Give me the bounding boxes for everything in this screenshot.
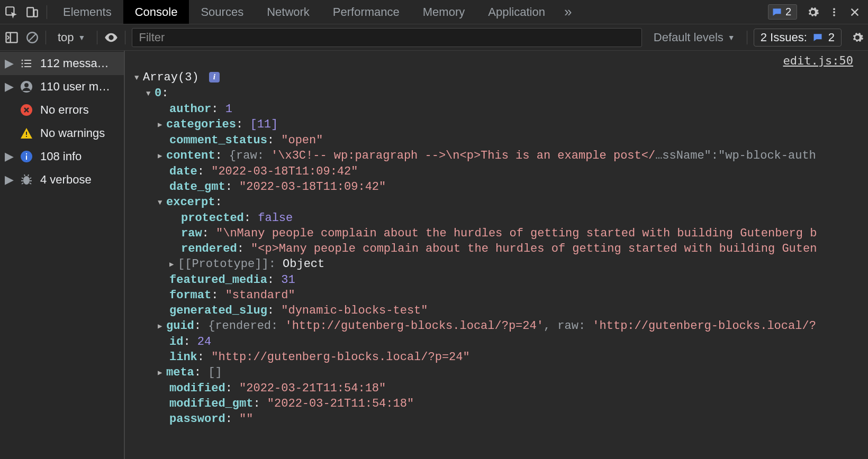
svg-rect-18 <box>26 136 27 137</box>
close-icon[interactable] <box>849 6 861 18</box>
disclosure-open-icon[interactable] <box>158 195 166 210</box>
sidebar-item-info[interactable]: ▶ 108 info <box>0 145 124 168</box>
svg-point-3 <box>833 8 835 10</box>
object-value: "2022-03-21T11:54:18" <box>267 397 414 410</box>
clear-console-icon[interactable] <box>25 31 39 44</box>
chevron-down-icon: ▼ <box>728 33 735 42</box>
disclosure-open-icon[interactable] <box>134 70 143 86</box>
object-key: id <box>169 335 183 348</box>
inner-key: raw <box>236 149 257 162</box>
sidebar: ▶ 112 messa… ▶ 110 user m… No errors <box>0 51 125 459</box>
tab-console[interactable]: Console <box>123 0 189 24</box>
object-value: 1 <box>225 103 232 116</box>
tabs: Elements Console Sources Network Perform… <box>51 0 579 24</box>
svg-rect-20 <box>26 155 27 160</box>
source-link[interactable]: edit.js:50 <box>783 54 853 67</box>
svg-rect-21 <box>26 153 27 154</box>
sidebar-item-user[interactable]: ▶ 110 user m… <box>0 75 124 98</box>
sidebar-item-errors[interactable]: No errors <box>0 98 124 122</box>
svg-rect-13 <box>24 66 31 67</box>
eye-icon[interactable] <box>104 30 119 45</box>
sidebar-item-verbose[interactable]: ▶ 4 verbose <box>0 168 124 191</box>
object-key: 0 <box>155 87 161 100</box>
object-key: modified <box>169 382 225 395</box>
inspect-icon[interactable] <box>4 5 18 19</box>
object-key: [[Prototype]] <box>178 258 269 271</box>
svg-point-15 <box>24 83 29 87</box>
svg-point-22 <box>23 176 30 185</box>
sidebar-label: 112 messa… <box>40 57 109 70</box>
object-key: categories <box>166 118 236 131</box>
separator <box>97 31 97 44</box>
console-output[interactable]: Array(3) i 0: author: 1 categories: [11]… <box>125 51 868 427</box>
object-value: "dynamic-blocks-test" <box>281 304 428 317</box>
sidebar-item-warnings[interactable]: No warnings <box>0 122 124 145</box>
disclosure-closed-icon[interactable] <box>169 257 178 272</box>
messages-count: 2 <box>785 6 791 18</box>
tab-network[interactable]: Network <box>255 0 321 24</box>
object-value: 31 <box>281 273 295 287</box>
issues-label: 2 Issues: <box>761 31 807 44</box>
svg-rect-6 <box>6 32 17 42</box>
object-key: author <box>169 103 211 116</box>
context-select[interactable]: top ▼ <box>52 31 91 44</box>
object-value: Object <box>283 258 324 271</box>
object-value: "<p>Many people complain about the hurdl… <box>251 242 817 255</box>
filter-input[interactable] <box>132 28 641 47</box>
separator <box>47 5 47 19</box>
object-value: "2022-03-21T11:54:18" <box>239 382 386 395</box>
object-key: modified_gmt <box>169 397 253 410</box>
svg-point-5 <box>833 14 835 16</box>
object-value: '\x3C!-- wp:paragraph -->\n<p>This is an… <box>271 149 655 162</box>
object-key: meta <box>166 366 194 379</box>
user-icon <box>19 80 34 93</box>
object-value: "standard" <box>225 289 295 302</box>
sidebar-item-messages[interactable]: ▶ 112 messa… <box>0 52 124 75</box>
console-toolbar: top ▼ Default levels ▼ 2 Issues: 2 <box>0 24 868 51</box>
levels-label: Default levels <box>654 31 724 44</box>
chevron-right-icon: ▶ <box>5 57 13 70</box>
kebab-icon[interactable] <box>829 6 839 19</box>
chevron-right-icon: ▶ <box>5 80 13 94</box>
sidebar-toggle-icon[interactable] <box>4 30 19 45</box>
issues-pill[interactable]: 2 Issues: 2 <box>754 29 842 47</box>
info-badge-icon[interactable]: i <box>209 72 220 82</box>
object-key: rendered <box>181 242 237 255</box>
tab-memory[interactable]: Memory <box>411 0 476 24</box>
list-icon <box>19 57 34 70</box>
messages-badge[interactable]: 2 <box>768 4 797 20</box>
disclosure-closed-icon[interactable] <box>158 365 166 381</box>
tab-application[interactable]: Application <box>476 0 557 24</box>
svg-rect-9 <box>24 60 31 61</box>
tab-elements[interactable]: Elements <box>51 0 123 24</box>
disclosure-closed-icon[interactable] <box>158 319 166 334</box>
object-key: protected <box>181 212 244 225</box>
disclosure-closed-icon[interactable] <box>158 149 166 164</box>
disclosure-closed-icon[interactable] <box>158 117 166 133</box>
svg-point-12 <box>22 66 23 68</box>
object-value: "open" <box>281 134 323 147</box>
object-value: false <box>258 212 293 225</box>
gear-icon[interactable] <box>807 6 819 19</box>
devtools-topbar: Elements Console Sources Network Perform… <box>0 0 868 24</box>
console-main: edit.js:50 Array(3) i 0: author: 1 categ… <box>125 51 868 459</box>
topbar-right: 2 <box>761 0 868 24</box>
body: ▶ 112 messa… ▶ 110 user m… No errors <box>0 51 868 459</box>
tab-sources[interactable]: Sources <box>189 0 255 24</box>
sidebar-label: 110 user m… <box>40 80 110 94</box>
object-value: "2022-03-18T11:09:42" <box>239 180 386 194</box>
topbar-left <box>0 0 51 24</box>
device-toggle-icon[interactable] <box>25 5 39 19</box>
tab-performance[interactable]: Performance <box>321 0 411 24</box>
object-value: "2022-03-18T11:09:42" <box>211 165 358 178</box>
sidebar-label: No errors <box>40 103 89 117</box>
object-value: 'http://gutenberg-blocks.local/? <box>592 319 816 333</box>
separator <box>125 31 125 44</box>
levels-select[interactable]: Default levels ▼ <box>648 31 740 44</box>
disclosure-open-icon[interactable] <box>146 86 155 102</box>
gear-icon[interactable] <box>851 31 864 44</box>
tab-more[interactable]: » <box>557 0 579 24</box>
svg-rect-17 <box>26 132 27 135</box>
inner-key: rendered <box>215 319 271 333</box>
object-key: password <box>169 412 225 426</box>
